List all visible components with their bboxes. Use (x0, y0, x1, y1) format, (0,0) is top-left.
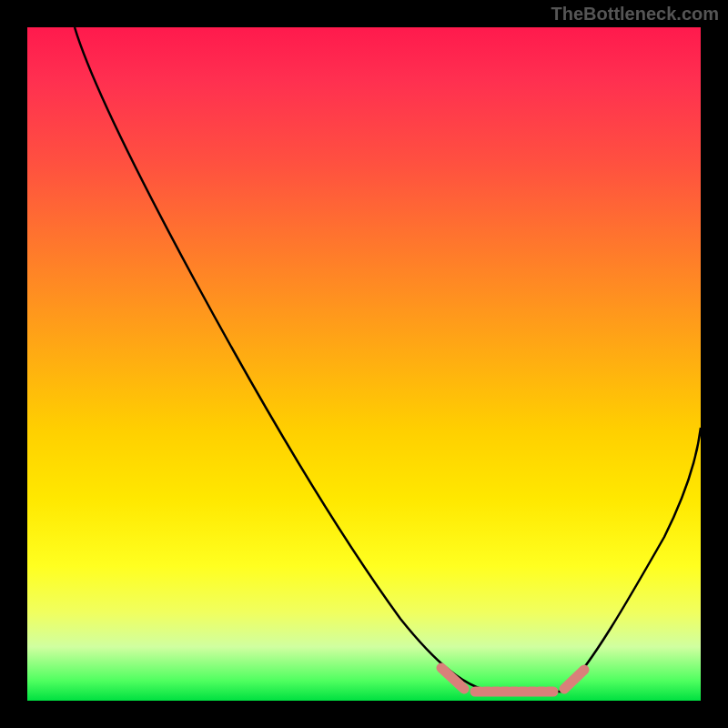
bottleneck-curve-line (75, 27, 701, 692)
watermark-text: TheBottleneck.com (551, 4, 719, 25)
highlight-band-left (441, 668, 464, 689)
highlight-band-right (564, 670, 584, 689)
chart-plot-area (27, 27, 701, 701)
chart-svg (27, 27, 701, 701)
